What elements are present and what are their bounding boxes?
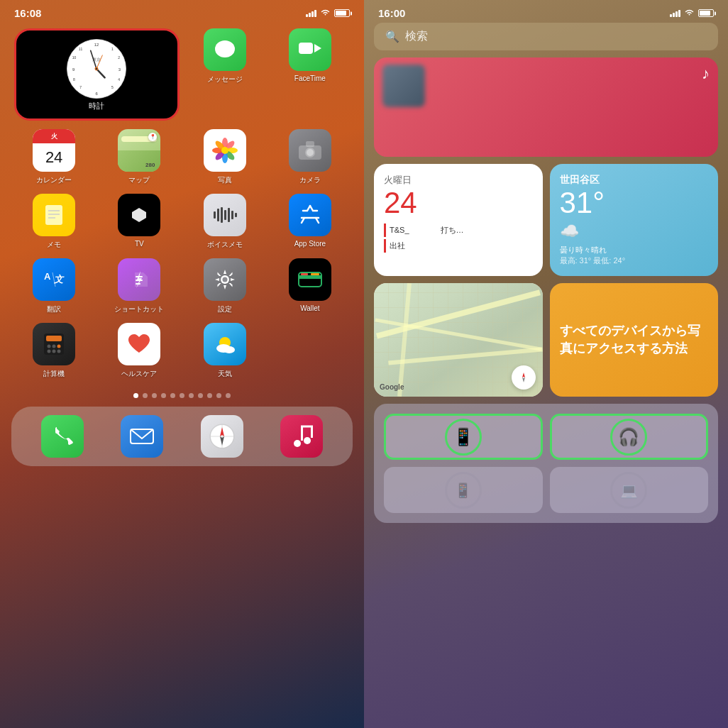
- svg-point-69: [224, 346, 235, 353]
- svg-text:8: 8: [73, 77, 75, 82]
- weather-widget[interactable]: 世田谷区 31° ☁️ 曇り時々晴れ 最高: 31° 最低: 24°: [550, 164, 719, 276]
- svg-rect-48: [235, 213, 237, 217]
- dock-phone-icon[interactable]: [41, 415, 84, 458]
- maps-icon[interactable]: 280 📍 マップ: [99, 129, 179, 185]
- iphone-icon: 📱: [453, 427, 474, 447]
- status-bar-left: 16:08: [0, 0, 364, 23]
- page-dot-8[interactable]: [198, 393, 203, 398]
- left-phone: 16:08: [0, 0, 364, 728]
- findmy-iphone[interactable]: 📱: [384, 414, 543, 460]
- svg-point-36: [307, 149, 314, 156]
- google-maps-logo: Google: [380, 383, 404, 391]
- calendar-widget[interactable]: 火曜日 24 T&S_ 打ち… 出社: [374, 164, 543, 276]
- music-app-icon: [280, 415, 323, 458]
- dock-music-icon[interactable]: [280, 415, 323, 458]
- maps-label: マップ: [128, 175, 150, 185]
- status-icons-right: [670, 8, 714, 18]
- map-widget[interactable]: Google: [374, 283, 543, 397]
- svg-point-32: [221, 147, 228, 154]
- facetime-label: FaceTime: [294, 75, 326, 82]
- messages-label: メッセージ: [207, 75, 243, 84]
- page-dot-7[interactable]: [189, 393, 194, 398]
- safari-app-icon: [201, 415, 243, 458]
- wifi-icon-right: [684, 8, 695, 18]
- music-widget[interactable]: ♪: [374, 57, 718, 157]
- svg-text:3: 3: [118, 67, 121, 72]
- facetime-icon[interactable]: FaceTime: [270, 28, 350, 121]
- voicememo-icon[interactable]: ボイスメモ: [185, 194, 265, 250]
- signal-icon: [306, 10, 316, 17]
- calculator-icon[interactable]: 計算機: [14, 323, 94, 379]
- messages-icon[interactable]: メッセージ: [185, 28, 265, 121]
- page-dot-11[interactable]: [226, 393, 231, 398]
- device4-icon: 💻: [620, 482, 638, 499]
- notes-label: メモ: [47, 240, 61, 250]
- weather-temp: 31°: [560, 187, 709, 219]
- page-dot-6[interactable]: [180, 393, 184, 398]
- svg-text:9: 9: [72, 67, 75, 72]
- svg-point-66: [57, 350, 61, 353]
- svg-rect-45: [224, 210, 226, 220]
- svg-point-18: [96, 68, 97, 70]
- voicememo-label: ボイスメモ: [207, 240, 243, 250]
- health-icon[interactable]: ヘルスケア: [99, 323, 179, 379]
- page-dot-3[interactable]: [152, 393, 157, 398]
- search-placeholder: 検索: [405, 29, 428, 44]
- svg-rect-57: [301, 273, 308, 275]
- headphones-icon: 🎧: [618, 427, 639, 447]
- page-dot-1[interactable]: [133, 393, 138, 398]
- clock-widget[interactable]: 12 3 6 9 1 2 4 5 7 8 10 11 東京: [14, 28, 180, 121]
- findmy-widget[interactable]: 📱 🎧 📱 💻: [374, 404, 718, 523]
- weather-description: 曇り時々晴れ: [560, 245, 709, 255]
- time-right: 16:00: [378, 7, 405, 19]
- calendar-date: 24: [45, 148, 62, 167]
- dock: [11, 407, 353, 466]
- headphones-circle: 🎧: [610, 419, 647, 456]
- map-compass[interactable]: [512, 365, 536, 390]
- dock-mail-icon[interactable]: [121, 415, 163, 458]
- notes-icon[interactable]: メモ: [14, 194, 94, 250]
- page-dot-2[interactable]: [143, 393, 148, 398]
- device4-circle: 💻: [610, 472, 647, 509]
- photos-icon[interactable]: 写真: [185, 129, 265, 185]
- weather-icon[interactable]: 天気: [185, 323, 265, 379]
- svg-rect-58: [311, 273, 319, 275]
- findmy-device-3[interactable]: 📱: [384, 467, 543, 513]
- calendar-icon[interactable]: 火 24 カレンダー: [14, 129, 94, 185]
- appstore-app-icon: [289, 194, 331, 236]
- svg-rect-43: [217, 209, 219, 221]
- svg-text:11: 11: [79, 47, 83, 51]
- shortcuts-icon[interactable]: ショートカット: [99, 258, 179, 314]
- map-tips-row: Google すべてのデバイスから写真にアクセスする方法: [374, 283, 718, 397]
- page-dot-5[interactable]: [170, 393, 175, 398]
- svg-rect-44: [221, 207, 223, 223]
- wallet-icon[interactable]: Wallet: [270, 258, 350, 314]
- tips-widget[interactable]: すべてのデバイスから写真にアクセスする方法: [550, 283, 719, 397]
- status-bar-right: 16:00: [364, 0, 728, 23]
- translate-app-icon: A 文: [33, 258, 75, 301]
- translate-label: 翻訳: [47, 304, 61, 314]
- page-dot-9[interactable]: [207, 393, 212, 398]
- page-dot-10[interactable]: [216, 393, 221, 398]
- svg-rect-47: [231, 211, 233, 219]
- right-phone: 16:00 🔍 検索: [364, 0, 728, 728]
- appstore-icon[interactable]: App Store: [270, 194, 350, 250]
- tips-text: すべてのデバイスから写真にアクセスする方法: [560, 322, 709, 358]
- findmy-device-4[interactable]: 💻: [550, 467, 709, 513]
- settings-icon[interactable]: 設定: [185, 258, 265, 314]
- page-dot-4[interactable]: [161, 393, 166, 398]
- settings-label: 設定: [218, 304, 232, 314]
- calendar-day: 火曜日: [384, 174, 533, 187]
- search-bar[interactable]: 🔍 検索: [374, 23, 718, 50]
- svg-text:10: 10: [72, 55, 77, 60]
- tv-icon[interactable]: TV: [99, 194, 179, 250]
- dock-safari-icon[interactable]: [201, 415, 243, 458]
- svg-text:文: 文: [54, 274, 65, 285]
- svg-text:1: 1: [111, 47, 114, 51]
- camera-icon[interactable]: カメラ: [270, 129, 350, 185]
- messages-app-icon: [204, 28, 246, 71]
- findmy-headphones[interactable]: 🎧: [550, 414, 709, 460]
- translate-icon[interactable]: A 文 翻訳: [14, 258, 94, 314]
- health-app-icon: [118, 323, 160, 365]
- svg-text:5: 5: [111, 85, 114, 89]
